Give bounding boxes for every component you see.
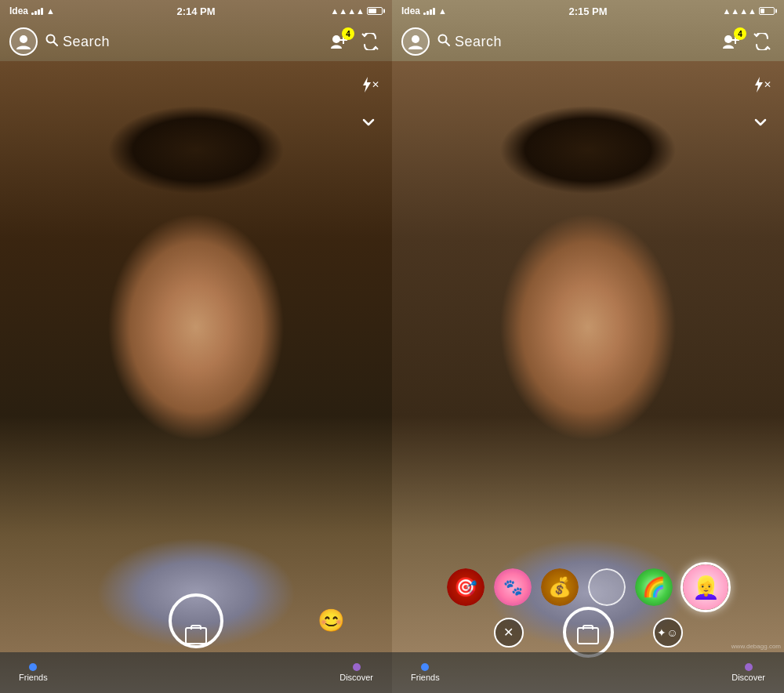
left-screen: Idea ▲ 2:14 PM ▲▲▲▲: [0, 0, 392, 693]
left-status-left: Idea ▲: [9, 5, 55, 16]
right-status-bar: Idea ▲ 2:15 PM ▲▲▲▲: [392, 0, 784, 22]
svg-point-3: [332, 35, 340, 43]
right-signal-icon: [423, 8, 435, 15]
left-signal2-icon: ▲▲▲▲: [330, 6, 365, 16]
left-carrier: Idea: [9, 5, 28, 16]
right-lens-girl[interactable]: 👱‍♀️: [681, 562, 731, 612]
left-notification-badge: 4: [342, 27, 354, 40]
svg-point-0: [20, 35, 27, 43]
left-time: 2:14 PM: [176, 5, 215, 17]
left-right-icons: ✕: [354, 71, 383, 136]
right-lens-archery[interactable]: 🎯: [445, 567, 486, 608]
right-search-icon: [437, 34, 450, 49]
right-bottom-nav: Friends Discover: [392, 652, 784, 693]
svg-point-7: [412, 35, 419, 43]
right-discover-dot-icon: [745, 663, 753, 671]
right-search-bar[interactable]: Search: [437, 34, 710, 50]
svg-marker-13: [755, 77, 763, 93]
left-flash-button[interactable]: ✕: [354, 71, 383, 99]
right-lens-treasure[interactable]: 💰: [539, 567, 580, 608]
right-sparkle-icon: ✦☺: [657, 626, 677, 639]
left-friends-nav[interactable]: Friends: [19, 663, 48, 682]
right-avatar-button[interactable]: [401, 27, 430, 56]
left-emoji-button[interactable]: 😊: [318, 608, 345, 633]
left-search-icon: [45, 34, 58, 49]
left-memories-button[interactable]: [185, 627, 207, 644]
right-time: 2:15 PM: [568, 5, 607, 17]
right-flash-button[interactable]: ✕: [746, 71, 775, 99]
left-memories-icon: [185, 627, 207, 644]
right-chevron-down-button[interactable]: [746, 108, 775, 136]
left-status-bar: Idea ▲ 2:14 PM ▲▲▲▲: [0, 0, 392, 22]
left-friends-label: Friends: [19, 673, 48, 682]
left-status-right: ▲▲▲▲: [330, 6, 383, 16]
right-status-left: Idea ▲: [401, 5, 447, 16]
right-carrier: Idea: [401, 5, 420, 16]
left-discover-label: Discover: [339, 673, 373, 682]
right-lens-cats[interactable]: 🐾: [492, 567, 533, 608]
right-memories-button[interactable]: [577, 627, 599, 644]
right-discover-nav[interactable]: Discover: [731, 663, 765, 682]
right-lens-archery-icon: 🎯: [447, 568, 485, 606]
left-rotate-camera-button[interactable]: [358, 29, 383, 54]
svg-point-10: [724, 35, 732, 43]
svg-line-2: [54, 42, 58, 46]
right-add-friends-button[interactable]: 4: [718, 29, 743, 54]
right-sparkle-emoji-button[interactable]: ✦☺: [653, 618, 683, 648]
watermark: www.debagg.com: [731, 643, 781, 650]
right-close-lens-button[interactable]: ✕: [494, 618, 524, 648]
right-screen: Idea ▲ 2:15 PM ▲▲▲▲: [392, 0, 784, 693]
left-person-photo: [0, 61, 392, 652]
right-lens-empty[interactable]: [586, 567, 627, 608]
svg-marker-6: [363, 77, 371, 93]
left-chevron-down-button[interactable]: [354, 108, 383, 136]
left-bottom-nav: Friends Discover: [0, 652, 392, 693]
right-lens-magic[interactable]: 🌈: [633, 567, 674, 608]
right-friends-nav[interactable]: Friends: [411, 663, 440, 682]
right-status-right: ▲▲▲▲: [722, 6, 775, 16]
right-battery-icon: [759, 7, 775, 15]
left-battery-icon: [367, 7, 383, 15]
left-avatar-button[interactable]: [9, 27, 38, 56]
right-discover-label: Discover: [731, 673, 765, 682]
right-right-icons: ✕: [746, 71, 775, 136]
right-lens-empty-icon: [588, 568, 626, 606]
right-signal2-icon: ▲▲▲▲: [722, 6, 757, 16]
right-wifi-icon: ▲: [438, 6, 447, 16]
left-signal-icon: [31, 8, 43, 15]
right-close-icon: ✕: [503, 625, 514, 640]
right-top-right-icons: 4: [718, 29, 775, 54]
right-notification-badge: 4: [734, 27, 746, 40]
left-add-friends-button[interactable]: 4: [326, 29, 351, 54]
left-top-right-icons: 4: [326, 29, 383, 54]
left-discover-dot-icon: [353, 663, 361, 671]
right-search-text: Search: [455, 34, 502, 50]
right-rotate-camera-button[interactable]: [750, 29, 775, 54]
right-lens-treasure-icon: 💰: [541, 568, 579, 606]
left-top-bar: Search 4: [0, 22, 392, 61]
right-memories-icon: [577, 627, 599, 644]
right-lens-magic-icon: 🌈: [635, 568, 673, 606]
left-friends-dot-icon: [29, 663, 37, 671]
left-search-bar[interactable]: Search: [45, 34, 318, 50]
left-wifi-icon: ▲: [46, 6, 55, 16]
right-top-bar: Search 4: [392, 22, 784, 61]
right-friends-label: Friends: [411, 673, 440, 682]
right-friends-dot-icon: [421, 663, 429, 671]
right-lens-girl-icon: 👱‍♀️: [683, 564, 728, 610]
right-lens-cats-icon: 🐾: [494, 568, 532, 606]
left-discover-nav[interactable]: Discover: [339, 663, 373, 682]
left-search-text: Search: [63, 34, 110, 50]
svg-line-9: [446, 42, 450, 46]
